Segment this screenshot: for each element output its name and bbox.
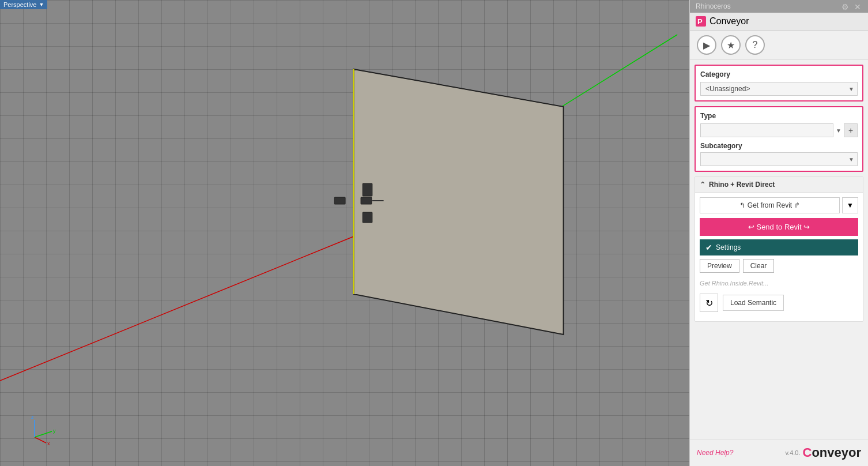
svg-text:y: y [53,428,56,434]
perspective-dropdown-icon: ▼ [39,2,44,7]
revit-section-body: ↰ Get from Revit ↱ ▼ ↩ Send to Revit ↪ ✔… [695,193,863,321]
titlebar-settings-icon[interactable]: ⚙ [841,2,850,10]
star-icon: ★ [727,40,735,51]
category-select[interactable]: <Unassigned> Walls Floors Ceilings Roofs [700,82,858,96]
panel-footer: Need Help? v.4.0. Conveyor [690,439,868,466]
get-rhino-inside-text: Get Rhino.Inside.Revit... [700,277,858,289]
preview-label: Preview [707,262,732,270]
panel: Rhinoceros ⚙ ✕ P Conveyor ▶ ★ ? Category [689,0,868,466]
revit-section-title: Rhino + Revit Direct [709,181,775,189]
version-text: v.4.0. [785,449,800,456]
settings-button[interactable]: ✔ Settings [700,239,858,255]
conveyor-brand-rest: onveyor [812,445,861,460]
load-semantic-label: Load Semantic [730,299,776,307]
category-label: Category [700,70,858,78]
type-section: Type ▼ + Subcategory ▼ [695,106,863,172]
star-button[interactable]: ★ [721,35,741,55]
type-add-icon: + [848,126,853,135]
perspective-text: Perspective [3,1,36,8]
toolbar: ▶ ★ ? [690,31,868,60]
svg-line-12 [35,437,46,443]
send-to-revit-label: ↩ Send to Revit ↪ [748,223,810,231]
need-help-link[interactable]: Need Help? [697,449,733,457]
conveyor-brand-c: C [803,445,812,460]
revit-section: ⌃ Rhino + Revit Direct ↰ Get from Revit … [695,176,863,322]
subcategory-select-wrapper: ▼ [700,152,858,166]
get-from-revit-dropdown-icon: ▼ [847,201,854,209]
subcategory-label: Subcategory [700,142,858,150]
axis-indicator: x y z [23,414,58,449]
get-from-revit-label: ↰ Get from Revit ↱ [739,201,799,209]
svg-rect-7 [334,197,345,204]
revit-section-header[interactable]: ⌃ Rhino + Revit Direct [695,177,863,193]
titlebar-close-icon[interactable]: ✕ [854,2,862,10]
svg-rect-9 [363,212,372,223]
conveyor-brand: Conveyor [803,445,861,460]
panel-content: Category <Unassigned> Walls Floors Ceili… [690,60,868,439]
clear-button[interactable]: Clear [743,259,775,273]
preview-clear-row: Preview Clear [700,259,858,273]
subcategory-select[interactable] [700,152,858,166]
get-from-revit-dropdown-button[interactable]: ▼ [842,197,858,213]
perspective-label[interactable]: Perspective ▼ [0,0,47,9]
get-from-revit-button[interactable]: ↰ Get from Revit ↱ [700,197,840,213]
svg-rect-8 [361,197,372,204]
settings-label: Settings [716,243,741,251]
help-button[interactable]: ? [745,35,765,55]
panel-title: Rhinoceros [696,2,731,10]
type-select[interactable] [700,123,833,137]
type-add-button[interactable]: + [844,123,858,137]
help-icon: ? [753,40,758,50]
svg-line-14 [35,431,52,437]
viewport[interactable]: Perspective ▼ x [0,0,689,466]
load-semantic-button[interactable]: Load Semantic [723,295,784,311]
conveyor-header-title: Conveyor [710,16,749,27]
svg-text:P: P [697,17,703,26]
conveyor-header: P Conveyor [690,13,868,31]
scene-svg [0,0,689,466]
svg-marker-3 [354,69,564,335]
settings-check-icon: ✔ [705,243,712,252]
svg-text:x: x [47,441,50,446]
play-icon: ▶ [703,40,710,51]
refresh-icon: ↻ [705,298,713,309]
get-from-revit-row: ↰ Get from Revit ↱ ▼ [700,197,858,213]
send-to-revit-button[interactable]: ↩ Send to Revit ↪ [700,218,858,236]
conveyor-logo-icon: P [696,16,706,27]
panel-titlebar: Rhinoceros ⚙ ✕ [690,0,868,13]
version-conveyor: v.4.0. Conveyor [785,445,861,460]
type-row: ▼ + [700,123,858,137]
collapse-icon: ⌃ [700,181,705,189]
clear-label: Clear [750,262,767,270]
type-label: Type [700,112,858,120]
refresh-button[interactable]: ↻ [700,294,718,312]
refresh-row: ↻ Load Semantic [700,294,858,312]
play-button[interactable]: ▶ [697,35,716,55]
preview-button[interactable]: Preview [700,259,739,273]
svg-rect-6 [363,183,372,196]
category-select-wrapper: <Unassigned> Walls Floors Ceilings Roofs… [700,82,858,96]
category-section: Category <Unassigned> Walls Floors Ceili… [695,65,863,102]
titlebar-icons: ⚙ ✕ [841,2,862,10]
svg-text:z: z [31,414,34,420]
type-dropdown-icon: ▼ [836,127,841,134]
svg-line-1 [0,236,354,381]
